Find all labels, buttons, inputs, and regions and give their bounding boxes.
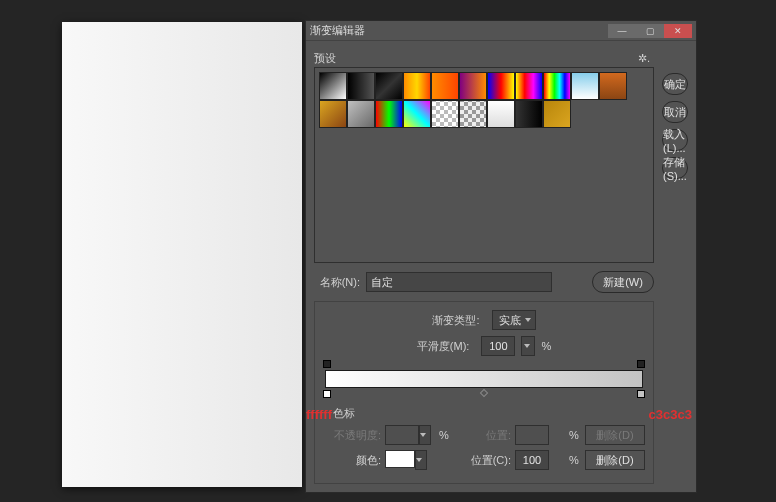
annotation-right: c3c3c3: [649, 407, 692, 422]
window-title: 渐变编辑器: [310, 23, 608, 38]
save-button[interactable]: 存储(S)...: [662, 157, 688, 179]
preset-swatch-12[interactable]: [347, 100, 375, 128]
preset-swatch-9[interactable]: [571, 72, 599, 100]
color-swatch[interactable]: [385, 450, 415, 468]
minimize-button[interactable]: —: [608, 24, 636, 38]
opacity-stop-left[interactable]: [323, 360, 331, 368]
preset-swatch-14[interactable]: [403, 100, 431, 128]
gradient-ramp[interactable]: [325, 370, 643, 388]
preset-grid: [314, 67, 654, 263]
maximize-button[interactable]: ▢: [636, 24, 664, 38]
preset-swatch-1[interactable]: [347, 72, 375, 100]
opacity-input[interactable]: [385, 425, 419, 445]
annotation-left: ffffff: [306, 407, 332, 422]
document-canvas: [62, 22, 302, 487]
midpoint-diamond[interactable]: [480, 389, 488, 397]
presets-label: 预设: [314, 51, 336, 66]
titlebar[interactable]: 渐变编辑器 — ▢ ✕: [306, 21, 696, 41]
color-label: 颜色:: [323, 453, 381, 468]
preset-swatch-2[interactable]: [375, 72, 403, 100]
load-button[interactable]: 载入(L)...: [662, 129, 688, 151]
color-dd-icon[interactable]: [415, 450, 427, 470]
smooth-pct: %: [541, 340, 551, 352]
preset-swatch-8[interactable]: [543, 72, 571, 100]
gtype-dropdown[interactable]: 实底: [492, 310, 536, 330]
preset-swatch-6[interactable]: [487, 72, 515, 100]
preset-swatch-10[interactable]: [599, 72, 627, 100]
preset-swatch-19[interactable]: [543, 100, 571, 128]
ok-button[interactable]: 确定: [662, 73, 688, 95]
gtype-label: 渐变类型:: [432, 313, 485, 328]
position1-label: 位置:: [455, 428, 511, 443]
opacity-stop-right[interactable]: [637, 360, 645, 368]
preset-swatch-13[interactable]: [375, 100, 403, 128]
close-button[interactable]: ✕: [664, 24, 692, 38]
preset-swatch-0[interactable]: [319, 72, 347, 100]
preset-swatch-16[interactable]: [459, 100, 487, 128]
color-stop-right[interactable]: [637, 390, 645, 398]
smooth-label: 平滑度(M):: [417, 339, 476, 354]
color-stop-left[interactable]: [323, 390, 331, 398]
preset-swatch-17[interactable]: [487, 100, 515, 128]
position1-input[interactable]: [515, 425, 549, 445]
position2-input[interactable]: 100: [515, 450, 549, 470]
preset-swatch-5[interactable]: [459, 72, 487, 100]
smooth-dropdown-icon[interactable]: [521, 336, 535, 356]
name-label: 名称(N):: [314, 275, 366, 290]
delete2-button[interactable]: 删除(D): [585, 450, 645, 470]
gear-icon[interactable]: ✲.: [638, 52, 650, 65]
preset-swatch-15[interactable]: [431, 100, 459, 128]
preset-swatch-7[interactable]: [515, 72, 543, 100]
position2-label: 位置(C):: [455, 453, 511, 468]
cancel-button[interactable]: 取消: [662, 101, 688, 123]
name-input[interactable]: [366, 272, 552, 292]
delete1-button[interactable]: 删除(D): [585, 425, 645, 445]
opacity-label: 不透明度:: [323, 428, 381, 443]
preset-swatch-4[interactable]: [431, 72, 459, 100]
preset-swatch-3[interactable]: [403, 72, 431, 100]
gradient-editor-dialog: 渐变编辑器 — ▢ ✕ 预设 ✲. 名称(N): 新建(W): [305, 20, 697, 493]
opacity-dd-icon[interactable]: [419, 425, 431, 445]
preset-swatch-11[interactable]: [319, 100, 347, 128]
gradient-preview: [325, 370, 643, 388]
preset-swatch-18[interactable]: [515, 100, 543, 128]
new-button[interactable]: 新建(W): [592, 271, 654, 293]
stops-label: 色标: [333, 406, 645, 421]
smooth-input[interactable]: 100: [481, 336, 515, 356]
